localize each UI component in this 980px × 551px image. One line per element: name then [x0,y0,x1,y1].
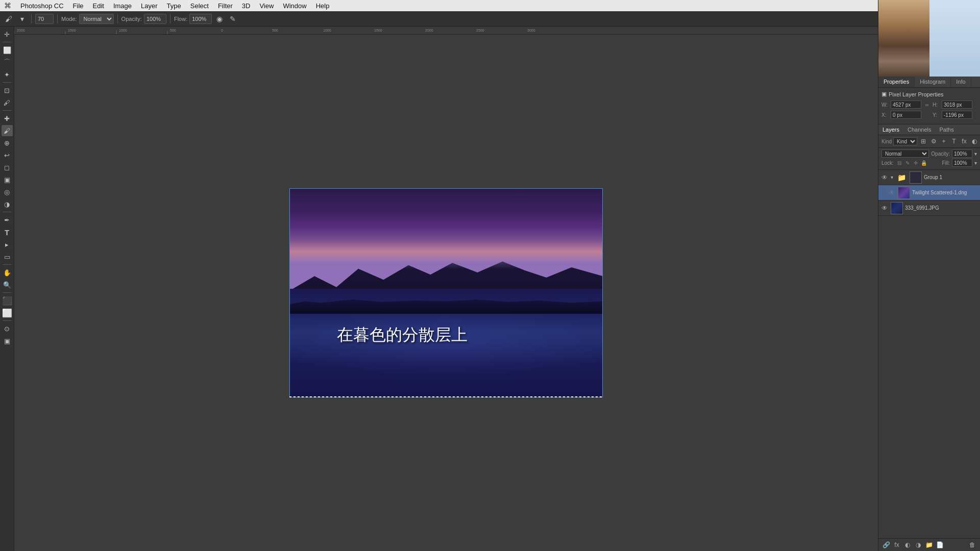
menu-view[interactable]: View [255,1,278,11]
zoom-tool[interactable]: 🔍 [2,279,13,290]
blend-mode-select[interactable]: Normal Multiply Screen [881,149,929,158]
pen-tool[interactable]: ✒ [2,214,13,226]
tab-histogram[interactable]: Histogram [915,77,951,87]
layer-type-icon[interactable]: T [949,137,959,146]
path-select-tool[interactable]: ▸ [2,239,13,250]
tool-separator-5 [3,264,12,265]
dodge-tool[interactable]: ◑ [2,198,13,210]
quick-mask-icon[interactable]: ⊙ [2,323,13,334]
y-input[interactable] [942,111,972,119]
hand-tool[interactable]: ✋ [2,267,13,278]
fill-arrow-icon[interactable]: ▾ [974,160,977,166]
menu-select[interactable]: Select [186,1,213,11]
layer-item-group1[interactable]: 👁 ▾ 📁 Group 1 [878,170,980,185]
layer-mask-icon[interactable]: ◐ [970,137,979,146]
link-layers-btn[interactable]: 🔗 [881,540,891,549]
brush-tool[interactable]: 🖌 [2,125,13,136]
horizontal-ruler: 2000 1500 1000 500 0 500 1000 1500 2000 … [14,27,878,35]
brush-tool-icon[interactable]: 🖌 [3,13,14,24]
menu-type[interactable]: Type [163,1,185,11]
menu-help[interactable]: Help [312,1,334,11]
clone-stamp-tool[interactable]: ⊕ [2,137,13,148]
filter-icon[interactable]: ⊞ [919,137,928,146]
lock-artboards-icon[interactable]: ✛ [912,159,919,166]
link-icon[interactable]: ∞ [923,101,930,108]
menu-3d[interactable]: 3D [238,1,255,11]
healing-tool[interactable]: ✚ [2,113,13,124]
fill-input[interactable] [952,159,972,167]
layer-item-333[interactable]: 👁 333_6991.JPG [878,201,980,216]
svg-text:2000: 2000 [17,29,25,32]
tablet-icon[interactable]: ✎ [227,13,238,24]
lock-pixels-icon[interactable]: ⊟ [896,159,903,166]
layer-fx-icon[interactable]: fx [960,137,969,146]
menu-layer[interactable]: Layer [137,1,162,11]
flow-input[interactable] [189,14,212,24]
tab-properties[interactable]: Properties [878,77,915,87]
layer-name-group1: Group 1 [924,174,977,180]
mode-select[interactable]: Normal Multiply Screen [79,14,114,24]
airbrush-icon[interactable]: ◉ [214,13,225,24]
width-input[interactable] [891,101,921,109]
layer-add-icon[interactable]: + [939,137,948,146]
lock-all-icon[interactable]: 🔒 [920,159,927,166]
width-row: W: ∞ H: [881,101,977,109]
add-mask-btn[interactable]: ◐ [903,540,912,549]
tool-separator-2 [3,82,12,83]
new-layer-btn[interactable]: 📄 [935,540,944,549]
layer-name-333: 333_6991.JPG [905,205,977,211]
opacity-arrow-icon[interactable]: ▾ [974,151,977,157]
height-input[interactable] [942,101,972,109]
opacity-panel-input[interactable] [952,149,972,158]
tab-paths[interactable]: Paths [936,124,958,135]
screen-mode-icon[interactable]: ▣ [2,335,13,346]
tab-channels[interactable]: Channels [903,124,935,135]
layer-props-icon: ▣ [881,91,887,97]
foreground-color[interactable]: ⬛ [2,295,13,306]
brush-settings-icon[interactable]: ▾ [16,13,28,24]
blend-mode-row: Normal Multiply Screen Opacity: ▾ [881,149,977,158]
layer-style-btn[interactable]: fx [892,540,901,549]
shape-tool[interactable]: ▭ [2,251,13,262]
move-tool[interactable]: ✛ [2,29,13,40]
tab-layers[interactable]: Layers [878,124,903,135]
background-color[interactable]: ⬜ [2,307,13,318]
menu-filter[interactable]: Filter [214,1,237,11]
tool-separator-6 [3,292,12,293]
lock-row: Lock: ⊟ ✎ ✛ 🔒 Fill: ▾ [881,159,977,167]
x-input[interactable] [891,111,921,119]
menu-file[interactable]: File [69,1,88,11]
eraser-tool[interactable]: ◻ [2,162,13,173]
ruler-marks: 2000 1500 1000 500 0 500 1000 1500 2000 … [14,27,878,34]
brush-size-input[interactable] [35,14,54,24]
new-group-btn[interactable]: 📁 [924,540,934,549]
adjustment-layer-btn[interactable]: ◑ [914,540,923,549]
menu-window[interactable]: Window [279,1,310,11]
layer-visibility-group1[interactable]: 👁 [881,174,889,181]
lasso-tool[interactable]: ⌒ [2,57,13,68]
layer-visibility-333[interactable]: 👁 [881,205,889,212]
crop-tool[interactable]: ⊡ [2,85,13,96]
delete-layer-btn[interactable]: 🗑 [968,540,977,549]
blur-tool[interactable]: ◎ [2,186,13,197]
text-tool[interactable]: T [2,227,13,238]
position-row: X: Y: [881,111,977,119]
marquee-tool[interactable]: ⬜ [2,44,13,56]
gradient-tool[interactable]: ▣ [2,174,13,185]
history-brush-tool[interactable]: ↩ [2,149,13,161]
lock-position-icon[interactable]: ✎ [904,159,911,166]
menu-photoshop[interactable]: Photoshop CC [16,1,68,11]
layer-settings-icon[interactable]: ⚙ [929,137,938,146]
layer-expand-icon[interactable]: ▾ [891,174,893,180]
opacity-input[interactable] [144,14,166,24]
tab-info[interactable]: Info [951,77,971,87]
quick-select-tool[interactable]: ✦ [2,69,13,80]
layer-visibility-twilight[interactable]: 👁 [889,189,896,196]
menu-edit[interactable]: Edit [89,1,108,11]
eyedropper-tool[interactable]: 🖋 [2,97,13,108]
layer-kind-select[interactable]: Kind [893,137,917,145]
tool-separator-3 [3,110,12,111]
menu-image[interactable]: Image [109,1,136,11]
toolbar-separator-2 [57,14,58,23]
layer-item-twilight[interactable]: 👁 Twilight Scattered-1.dng [878,185,980,201]
